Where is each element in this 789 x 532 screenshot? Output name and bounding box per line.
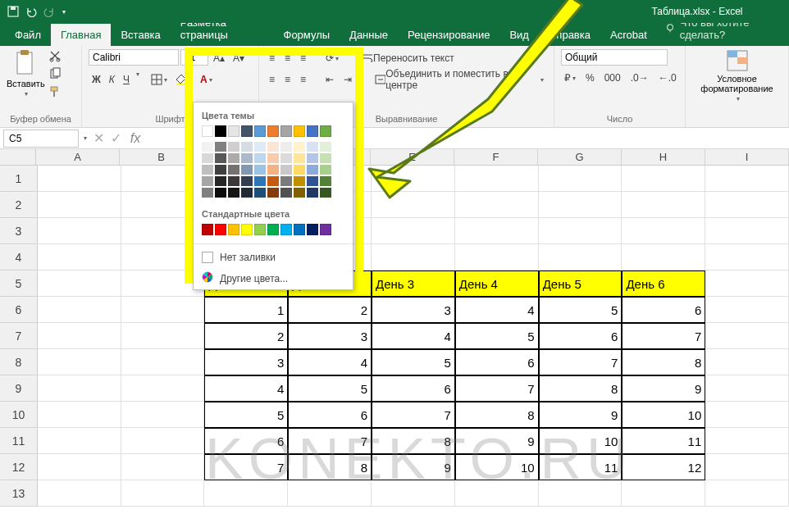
tab-help[interactable]: Справка xyxy=(539,24,600,46)
cell[interactable]: 9 xyxy=(455,428,539,454)
color-swatch[interactable] xyxy=(267,125,279,137)
row-header[interactable]: 12 xyxy=(0,454,38,480)
number-format-select[interactable] xyxy=(561,49,668,66)
tab-insert[interactable]: Вставка xyxy=(111,24,170,46)
color-swatch[interactable] xyxy=(267,224,279,235)
cell[interactable]: 7 xyxy=(622,323,705,349)
cell[interactable]: 5 xyxy=(539,297,623,323)
confirm-formula-icon[interactable]: ✓ xyxy=(111,130,121,146)
row-header[interactable]: 6 xyxy=(0,297,38,323)
color-swatch[interactable] xyxy=(267,188,279,198)
row-header[interactable]: 9 xyxy=(0,375,38,402)
cell[interactable]: 10 xyxy=(539,428,623,454)
cell[interactable] xyxy=(539,166,623,192)
row-header[interactable]: 13 xyxy=(0,480,38,507)
cell[interactable]: 7 xyxy=(372,402,455,428)
cell[interactable]: 6 xyxy=(539,323,623,349)
cell[interactable] xyxy=(372,244,455,271)
color-swatch[interactable] xyxy=(280,142,292,152)
cell[interactable]: 9 xyxy=(539,402,623,428)
cell[interactable]: 11 xyxy=(622,428,705,454)
cell[interactable] xyxy=(705,454,789,480)
cell[interactable]: 4 xyxy=(372,323,455,349)
row-header[interactable]: 11 xyxy=(0,428,38,454)
cell[interactable] xyxy=(455,218,539,244)
color-swatch[interactable] xyxy=(241,125,253,137)
align-right-icon[interactable]: ≡ xyxy=(297,70,309,89)
row-header[interactable]: 3 xyxy=(0,218,38,244)
font-size-input[interactable] xyxy=(180,49,208,66)
cell[interactable] xyxy=(121,297,205,323)
row-header[interactable]: 1 xyxy=(0,166,38,192)
color-swatch[interactable] xyxy=(202,125,213,137)
comma-format-icon[interactable]: 000 xyxy=(601,69,624,87)
bold-button[interactable]: Ж xyxy=(89,70,104,89)
cell[interactable]: 7 xyxy=(539,349,623,375)
color-swatch[interactable] xyxy=(215,125,226,137)
color-swatch[interactable] xyxy=(254,125,266,137)
no-fill-menuitem[interactable]: Нет заливки xyxy=(194,248,353,267)
cell[interactable]: 6 xyxy=(455,349,539,375)
cell[interactable]: 10 xyxy=(455,454,539,480)
cell[interactable] xyxy=(38,454,121,480)
cell[interactable]: 8 xyxy=(539,375,623,402)
color-swatch[interactable] xyxy=(307,153,318,163)
color-swatch[interactable] xyxy=(307,176,318,186)
increase-font-icon[interactable]: A▴ xyxy=(210,49,228,67)
cell[interactable] xyxy=(705,402,789,428)
column-header[interactable]: E xyxy=(371,149,454,166)
color-swatch[interactable] xyxy=(254,224,266,235)
color-swatch[interactable] xyxy=(320,176,331,186)
color-swatch[interactable] xyxy=(307,142,318,152)
tab-data[interactable]: Данные xyxy=(340,24,398,46)
merge-center-button[interactable]: Объединить и поместить в центре▾ xyxy=(372,70,547,89)
color-swatch[interactable] xyxy=(215,165,226,175)
orientation-icon[interactable]: ⟳▾ xyxy=(322,49,342,67)
align-top-icon[interactable]: ≡ xyxy=(266,49,278,67)
name-box[interactable] xyxy=(3,130,79,148)
cell[interactable]: 7 xyxy=(204,454,288,480)
paste-button[interactable]: Вставить ▾ xyxy=(7,49,45,98)
cell[interactable] xyxy=(455,192,539,218)
color-swatch[interactable] xyxy=(307,224,318,235)
color-swatch[interactable] xyxy=(241,176,253,186)
color-swatch[interactable] xyxy=(254,153,266,163)
cell[interactable]: 8 xyxy=(622,349,705,375)
color-swatch[interactable] xyxy=(307,188,318,198)
color-swatch[interactable] xyxy=(254,142,266,152)
cell[interactable]: 11 xyxy=(539,454,623,480)
color-swatch[interactable] xyxy=(202,188,213,198)
color-swatch[interactable] xyxy=(294,165,305,175)
color-swatch[interactable] xyxy=(228,165,239,175)
cell[interactable] xyxy=(121,454,205,480)
cell[interactable] xyxy=(455,480,539,507)
font-color-button[interactable]: A▾ xyxy=(197,70,216,89)
increase-indent-icon[interactable]: ⇥ xyxy=(340,70,355,89)
color-swatch[interactable] xyxy=(320,125,331,137)
cell[interactable] xyxy=(705,480,789,507)
more-colors-menuitem[interactable]: Другие цвета... xyxy=(194,267,353,289)
cell[interactable] xyxy=(288,480,372,507)
cell[interactable]: 8 xyxy=(288,454,372,480)
cell[interactable] xyxy=(622,192,705,218)
cell[interactable]: 5 xyxy=(288,375,372,402)
cell[interactable] xyxy=(121,480,205,507)
color-swatch[interactable] xyxy=(228,224,239,235)
cell[interactable] xyxy=(38,192,121,218)
cell[interactable]: 8 xyxy=(455,402,539,428)
borders-button[interactable]: ▾ xyxy=(148,70,171,89)
cell[interactable] xyxy=(705,271,789,297)
row-header[interactable]: 10 xyxy=(0,402,38,428)
copy-icon[interactable] xyxy=(48,67,62,84)
color-swatch[interactable] xyxy=(280,176,292,186)
color-swatch[interactable] xyxy=(320,165,331,175)
underline-button[interactable]: Ч xyxy=(120,70,133,89)
cell[interactable] xyxy=(121,375,205,402)
color-swatch[interactable] xyxy=(254,188,266,198)
color-swatch[interactable] xyxy=(215,176,226,186)
increase-decimal-icon[interactable]: .0→ xyxy=(627,69,652,87)
color-swatch[interactable] xyxy=(215,153,226,163)
color-swatch[interactable] xyxy=(320,224,331,235)
qat-customize-icon[interactable]: ▾ xyxy=(62,8,66,16)
align-middle-icon[interactable]: ≡ xyxy=(281,49,294,67)
